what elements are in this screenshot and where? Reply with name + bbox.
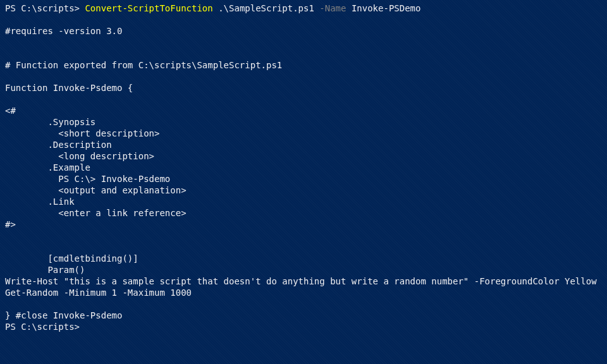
output-line: Function Invoke-Psdemo { (5, 82, 602, 94)
command-line-1: PS C:\scripts> Convert-ScriptToFunction … (5, 3, 602, 14)
output-line: Write-Host "this is a sample script that… (5, 276, 602, 287)
output-line: Param() (5, 264, 602, 276)
output-line: .Description (5, 139, 602, 150)
powershell-console[interactable]: PS C:\scripts> Convert-ScriptToFunction … (0, 0, 607, 335)
output-line (5, 71, 602, 82)
output-line (5, 94, 602, 105)
output-line (5, 37, 602, 48)
output-line: <enter a link reference> (5, 207, 602, 219)
output-line (5, 48, 602, 59)
output-line (5, 298, 602, 310)
output-line: .Synopsis (5, 116, 602, 128)
prompt-prefix: PS C:\scripts> (5, 3, 85, 13)
output-line: <# (5, 105, 602, 116)
output-line: <output and explanation> (5, 185, 602, 196)
output-line: [cmdletbinding()] (5, 253, 602, 264)
output-line: <short description> (5, 128, 602, 139)
output-line: .Example (5, 162, 602, 173)
output-line: # Function exported from C:\scripts\Samp… (5, 59, 602, 71)
output-line: <long description> (5, 150, 602, 162)
output-line: .Link (5, 196, 602, 207)
output-line: #> (5, 219, 602, 230)
blank-line (5, 14, 602, 25)
output-line: Get-Random -Minimum 1 -Maximum 1000 (5, 287, 602, 298)
parameter-name: -Name (314, 3, 346, 13)
output-line (5, 230, 602, 241)
output-line (5, 241, 602, 253)
cmdlet-name: Convert-ScriptToFunction (85, 3, 212, 13)
argument-value: Invoke-PSDemo (346, 3, 420, 13)
output-line: #requires -version 3.0 (5, 25, 602, 37)
output-line: } #close Invoke-Psdemo (5, 310, 602, 321)
output-line: PS C:\> Invoke-Psdemo (5, 173, 602, 185)
argument-path: .\SampleScript.ps1 (213, 3, 314, 13)
prompt-line-2: PS C:\scripts> (5, 321, 602, 332)
